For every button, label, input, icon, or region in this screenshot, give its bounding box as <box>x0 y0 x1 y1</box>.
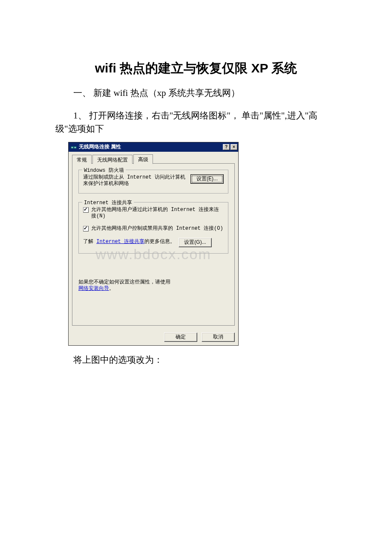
ics-learn-more: 了解 Internet 连接共享的更多信息。 <box>83 238 175 245</box>
xp-properties-dialog: 无线网络连接 属性 ? × 常规 无线网络配置 高级 Windows 防火墙 通… <box>68 142 239 346</box>
cancel-button[interactable]: 取消 <box>202 332 235 342</box>
network-icon <box>70 144 77 150</box>
svg-rect-1 <box>74 147 76 148</box>
help-prefix: 如果您不确定如何设置这些属性，请使用 <box>78 279 170 285</box>
close-button[interactable]: × <box>231 144 237 150</box>
check-allow-control[interactable] <box>83 226 89 231</box>
dialog-button-bar: 确定 取消 <box>69 329 238 345</box>
ics-settings-button[interactable]: 设置(G)... <box>179 238 212 247</box>
ics-learn-prefix: 了解 <box>83 239 93 245</box>
tab-strip: 常规 无线网络配置 高级 <box>72 154 235 164</box>
help-button[interactable]: ? <box>223 144 230 150</box>
tab-general[interactable]: 常规 <box>72 155 92 164</box>
ics-learn-link[interactable]: Internet 连接共享 <box>96 239 144 245</box>
check-allow-connect[interactable] <box>83 207 89 213</box>
tab-page-advanced: Windows 防火墙 通过限制或防止从 Internet 访问此计算机来保护计… <box>72 164 235 326</box>
check-allow-control-row: 允许其他网络用户控制或禁用共享的 Internet 连接(O) <box>83 225 224 232</box>
firewall-desc: 通过限制或防止从 Internet 访问此计算机来保护计算机和网络 <box>83 174 187 187</box>
ok-button[interactable]: 确定 <box>164 332 197 342</box>
firewall-settings-button[interactable]: 设置(E)... <box>190 174 224 184</box>
help-text: 如果您不确定如何设置这些属性，请使用 网络安装向导。 <box>78 279 228 292</box>
document-title: wifi 热点的建立与恢复仅限 XP 系统 <box>55 60 337 77</box>
group-firewall: Windows 防火墙 通过限制或防止从 Internet 访问此计算机来保护计… <box>78 170 228 194</box>
check-allow-control-label: 允许其他网络用户控制或禁用共享的 Internet 连接(O) <box>91 225 224 232</box>
paragraph-1: 一、 新建 wifi 热点（xp 系统共享无线网） <box>55 87 337 100</box>
dialog-title: 无线网络连接 属性 <box>79 143 223 150</box>
tab-wireless[interactable]: 无线网络配置 <box>92 155 133 164</box>
group-ics-legend: Internet 连接共享 <box>82 199 134 206</box>
network-wizard-link[interactable]: 网络安装向导 <box>78 286 109 292</box>
check-allow-connect-row: 允许其他网络用户通过此计算机的 Internet 连接来连接(N) <box>83 207 224 220</box>
paragraph-3: 将上图中的选项改为： <box>55 353 337 367</box>
svg-rect-0 <box>71 147 73 148</box>
group-ics: Internet 连接共享 允许其他网络用户通过此计算机的 Internet 连… <box>78 202 228 254</box>
group-firewall-legend: Windows 防火墙 <box>82 167 126 174</box>
check-allow-connect-label: 允许其他网络用户通过此计算机的 Internet 连接来连接(N) <box>91 207 224 220</box>
tab-advanced[interactable]: 高级 <box>133 154 153 164</box>
ics-learn-suffix: 的更多信息。 <box>144 239 175 245</box>
paragraph-2: 1、 打开网络连接，右击"无线网络图标"， 单击"属性",进入"高级"选项如下 <box>55 109 337 136</box>
help-suffix: 。 <box>109 286 114 292</box>
dialog-titlebar[interactable]: 无线网络连接 属性 ? × <box>69 142 238 152</box>
